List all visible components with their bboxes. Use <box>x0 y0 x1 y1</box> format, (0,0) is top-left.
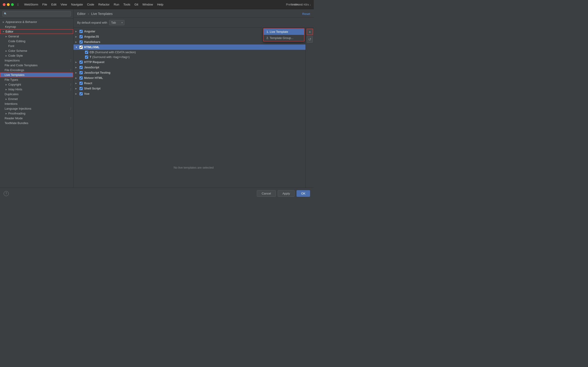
menu-webstorm[interactable]: WebStorm <box>22 2 40 7</box>
sidebar-item-intentions[interactable]: Intentions <box>0 101 73 106</box>
expand-row: By default expand with Tab Space Enter ▼ <box>73 18 314 28</box>
sidebar-item-keymap[interactable]: Keymap <box>0 24 73 29</box>
sidebar-item-code-style[interactable]: ▶ Code Style <box>0 53 73 58</box>
menu-help[interactable]: Help <box>155 2 165 7</box>
cancel-button[interactable]: Cancel <box>257 190 276 197</box>
template-group-javascript-testing[interactable]: ▶ JavaScript Testing <box>73 70 305 75</box>
sidebar-actions: + 1. Live Template 2. Template Group... … <box>305 28 314 188</box>
undo-button[interactable]: ↺ <box>307 36 313 43</box>
sidebar-item-color-scheme[interactable]: ▶ Color Scheme <box>0 48 73 53</box>
template-group-html-xml[interactable]: ▼ HTML/XML <box>73 44 305 50</box>
sidebar-item-language-injections[interactable]: Language Injections ⤴ <box>0 106 73 111</box>
template-checkbox-angularjs[interactable] <box>79 35 83 38</box>
sidebar-item-inspections[interactable]: Inspections ⤴ <box>0 58 73 63</box>
template-group-meteor-html[interactable]: ▶ Meteor HTML <box>73 75 305 81</box>
template-checkbox-t[interactable] <box>85 56 88 59</box>
template-checkbox-meteor-html[interactable] <box>79 76 83 80</box>
sidebar-item-general[interactable]: ▶ General <box>0 34 73 39</box>
template-group-vue[interactable]: ▶ Vue <box>73 91 305 96</box>
apply-button[interactable]: Apply <box>278 190 295 197</box>
sidebar-item-label: Font <box>8 44 14 48</box>
sidebar-item-label: Emmet <box>8 97 18 101</box>
sidebar-item-file-encodings[interactable]: File Encodings ⤴ <box>0 68 73 73</box>
template-checkbox-react[interactable] <box>79 82 83 85</box>
dropdown-item-template-group[interactable]: 2. Template Group... <box>264 35 304 41</box>
close-button[interactable] <box>3 3 6 6</box>
sidebar-item-appearance[interactable]: ▶ Appearance & Behavior <box>0 19 73 24</box>
template-group-javascript[interactable]: ▶ JavaScript <box>73 65 305 70</box>
menu-run[interactable]: Run <box>112 2 121 7</box>
sidebar-item-reader-mode[interactable]: Reader Mode ⤴ <box>0 116 73 121</box>
ok-button[interactable]: OK <box>296 190 310 197</box>
breadcrumb-separator: › <box>88 12 89 16</box>
template-checkbox-handlebars[interactable] <box>79 40 83 44</box>
template-group-shell-script[interactable]: ▶ Shell Script <box>73 86 305 91</box>
template-checkbox-vue[interactable] <box>79 92 83 95</box>
template-checkbox-angular[interactable] <box>79 30 83 33</box>
template-child-label: T (Surround with <tag></tag>) <box>90 55 130 59</box>
sidebar-item-duplicates[interactable]: Duplicates <box>0 92 73 97</box>
chevron-right-icon: ▶ <box>75 35 78 38</box>
menu-git[interactable]: Git <box>132 2 140 7</box>
menu-code[interactable]: Code <box>85 2 96 7</box>
template-group-react[interactable]: ▶ React <box>73 81 305 86</box>
template-checkbox-javascript[interactable] <box>79 66 83 69</box>
template-group-name: Angular <box>84 30 95 33</box>
expand-label: By default expand with <box>77 21 107 24</box>
menu-window[interactable]: Window <box>141 2 155 7</box>
sidebar-item-label: Intentions <box>5 102 17 106</box>
template-checkbox-cd[interactable] <box>85 51 88 54</box>
sidebar-item-textmate-bundles[interactable]: TextMate Bundles <box>0 121 73 125</box>
menu-navigate[interactable]: Navigate <box>69 2 85 7</box>
menu-view[interactable]: View <box>59 2 69 7</box>
menu-tools[interactable]: Tools <box>121 2 132 7</box>
minimize-button[interactable] <box>7 3 10 6</box>
chevron-right-icon: ▶ <box>2 20 5 24</box>
sidebar-item-file-types[interactable]: File Types <box>0 77 73 82</box>
template-checkbox-shell-script[interactable] <box>79 87 83 90</box>
search-input[interactable] <box>2 11 71 17</box>
sidebar-item-emmet[interactable]: ▶ Emmet <box>0 97 73 101</box>
add-dropdown: 1. Live Template 2. Template Group... <box>263 28 304 42</box>
menu-edit[interactable]: Edit <box>49 2 58 7</box>
apple-icon:  <box>17 3 19 6</box>
sidebar-item-editor[interactable]: ▼ Editor <box>0 29 73 34</box>
help-button[interactable]: ? <box>4 191 9 196</box>
expand-select[interactable]: Tab Space Enter <box>109 20 124 25</box>
sidebar-item-font[interactable]: Font <box>0 44 73 48</box>
sidebar-item-inlay-hints[interactable]: ▶ Inlay Hints ⤴ <box>0 87 73 92</box>
template-group-name: Shell Script <box>84 87 101 90</box>
sidebar-item-code-editing[interactable]: Code Editing <box>0 39 73 44</box>
sidebar-item-label: File Types <box>5 78 18 81</box>
external-link-icon: ⤴ <box>70 59 71 62</box>
breadcrumb: Editor › Live Templates <box>77 12 112 16</box>
sidebar-item-label: File and Code Templates <box>5 64 38 67</box>
template-group-name: HTTP Request <box>84 60 104 64</box>
menu-refactor[interactable]: Refactor <box>96 2 111 7</box>
sidebar-item-copyright[interactable]: ▶ Copyright ⤴ <box>0 82 73 87</box>
sidebar-item-label: Reader Mode <box>5 117 23 120</box>
chevron-down-icon: ▼ <box>75 46 78 48</box>
template-child-t[interactable]: T (Surround with <tag></tag>) <box>73 55 305 59</box>
external-link-icon: ⤴ <box>70 83 71 86</box>
template-child-cd[interactable]: CD (Surround with CDATA section) <box>73 50 305 55</box>
reset-button[interactable]: Reset <box>302 12 310 16</box>
sidebar-item-proofreading[interactable]: ▶ Proofreading <box>0 111 73 116</box>
sidebar-item-label: Language Injections <box>5 107 31 110</box>
template-checkbox-html-xml[interactable] <box>79 46 83 49</box>
template-checkbox-http-request[interactable] <box>79 60 83 64</box>
sidebar-item-label: Editor <box>6 30 13 33</box>
dropdown-item-live-template[interactable]: 1. Live Template <box>264 29 304 35</box>
template-checkbox-javascript-testing[interactable] <box>79 71 83 74</box>
sidebar-item-file-code-templates[interactable]: File and Code Templates <box>0 63 73 68</box>
breadcrumb-current: Live Templates <box>91 12 112 16</box>
add-button[interactable]: + <box>307 29 313 35</box>
sidebar-item-live-templates[interactable]: Live Templates <box>0 73 73 77</box>
maximize-button[interactable] <box>11 3 14 6</box>
template-group-http-request[interactable]: ▶ HTTP Request <box>73 59 305 65</box>
titlebar:  WebStorm File Edit View Navigate Code … <box>0 0 314 9</box>
sidebar-item-label: Appearance & Behavior <box>6 20 37 24</box>
sidebar-item-label: Code Editing <box>8 40 25 43</box>
menu-file[interactable]: File <box>40 2 49 7</box>
template-group-name: Meteor HTML <box>84 76 103 80</box>
